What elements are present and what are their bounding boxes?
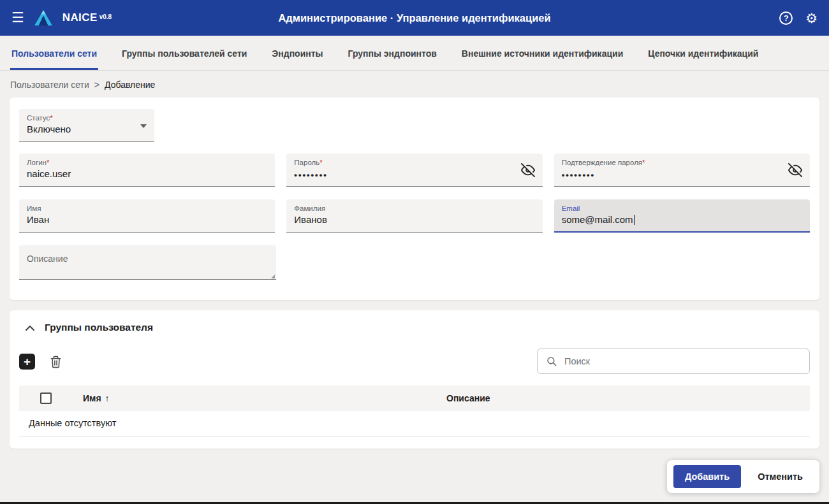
last-name-value: Иванов bbox=[294, 214, 534, 225]
chevron-down-icon bbox=[140, 124, 147, 128]
app-name: NAICE bbox=[62, 11, 98, 24]
password-confirm-label: Подтверждение пароля* bbox=[562, 158, 802, 167]
user-groups-toolbar: + bbox=[19, 349, 810, 374]
column-header-name[interactable]: Имя ↑ bbox=[73, 393, 446, 403]
breadcrumb-parent[interactable]: Пользователи сети bbox=[10, 80, 89, 90]
tab-identity-chains[interactable]: Цепочки идентификаций bbox=[647, 36, 759, 70]
password-label: Пароль* bbox=[294, 158, 534, 167]
sort-ascending-icon: ↑ bbox=[105, 393, 110, 403]
status-label: Статус* bbox=[27, 113, 147, 122]
groups-table-header: Имя ↑ Описание bbox=[19, 385, 810, 411]
user-groups-header: Группы пользователя bbox=[19, 322, 810, 333]
submit-button[interactable]: Добавить bbox=[673, 465, 741, 488]
delete-group-button[interactable] bbox=[50, 355, 62, 368]
select-all-cell bbox=[19, 392, 73, 404]
last-name-field[interactable]: Фамилия Иванов bbox=[286, 199, 542, 233]
tab-network-user-groups[interactable]: Группы пользователей сети bbox=[121, 36, 248, 70]
tab-endpoints[interactable]: Эндпоинты bbox=[270, 36, 324, 70]
password-value: •••••••• bbox=[294, 170, 534, 180]
password-confirm-value: •••••••• bbox=[562, 170, 802, 180]
credentials-row: Логин* naice.user Пароль* •••••••• Подтв… bbox=[19, 154, 810, 233]
topbar-left: ☰ NAICEv0.8 bbox=[11, 10, 112, 26]
text-cursor bbox=[634, 215, 635, 225]
user-groups-title: Группы пользователя bbox=[45, 322, 153, 333]
cancel-button[interactable]: Отменить bbox=[747, 465, 813, 488]
login-value: naice.user bbox=[27, 168, 267, 179]
chevron-up-icon[interactable] bbox=[26, 325, 34, 331]
email-value: some@mail.com bbox=[562, 214, 802, 225]
user-form-card: Статус* Включено Логин* naice.user Парол… bbox=[10, 97, 819, 300]
breadcrumb: Пользователи сети > Добавление bbox=[0, 71, 829, 96]
form-action-bar: Добавить Отменить bbox=[667, 460, 819, 493]
tab-endpoint-groups[interactable]: Группы эндпоинтов bbox=[347, 36, 438, 70]
first-name-field[interactable]: Имя Иван bbox=[19, 199, 275, 233]
help-icon[interactable]: ? bbox=[779, 11, 793, 25]
menu-icon[interactable]: ☰ bbox=[11, 11, 24, 25]
tab-network-users[interactable]: Пользователи сети bbox=[10, 36, 98, 70]
group-search-input[interactable] bbox=[564, 356, 801, 366]
password-field[interactable]: Пароль* •••••••• bbox=[286, 154, 542, 187]
app-version: v0.8 bbox=[99, 13, 112, 20]
breadcrumb-separator: > bbox=[94, 80, 99, 90]
eye-off-icon[interactable] bbox=[788, 163, 802, 177]
description-label: Описание bbox=[27, 254, 268, 265]
eye-off-icon[interactable] bbox=[521, 163, 535, 177]
first-name-value: Иван bbox=[27, 214, 267, 225]
email-label: Email bbox=[562, 204, 802, 213]
user-groups-card: Группы пользователя + bbox=[10, 310, 819, 449]
column-header-description[interactable]: Описание bbox=[446, 393, 810, 403]
page-title: Администрирование · Управление идентифик… bbox=[278, 12, 550, 24]
resize-handle-icon[interactable] bbox=[271, 275, 275, 278]
first-name-label: Имя bbox=[27, 204, 267, 213]
login-label: Логин* bbox=[27, 158, 267, 167]
status-value: Включено bbox=[27, 124, 147, 134]
last-name-label: Фамилия bbox=[294, 204, 534, 213]
top-bar: ☰ NAICEv0.8 Администрирование · Управлен… bbox=[0, 0, 829, 36]
search-icon bbox=[546, 356, 557, 367]
topbar-right: ? ⚙ bbox=[779, 11, 818, 25]
groups-table-empty-state: Данные отсутствуют bbox=[19, 411, 810, 437]
group-search-box bbox=[537, 349, 810, 374]
password-confirm-field[interactable]: Подтверждение пароля* •••••••• bbox=[554, 154, 810, 187]
add-group-button[interactable]: + bbox=[19, 354, 35, 370]
status-select[interactable]: Статус* Включено bbox=[19, 109, 154, 142]
login-field[interactable]: Логин* naice.user bbox=[19, 154, 275, 187]
select-all-checkbox[interactable] bbox=[40, 392, 52, 404]
breadcrumb-current: Добавление bbox=[105, 80, 155, 90]
app-logo-icon bbox=[34, 10, 53, 26]
tab-bar: Пользователи сети Группы пользователей с… bbox=[0, 36, 829, 71]
description-field[interactable]: Описание bbox=[19, 245, 276, 280]
application-window: ☰ NAICEv0.8 Администрирование · Управлен… bbox=[0, 0, 829, 504]
email-field[interactable]: Email some@mail.com bbox=[554, 199, 810, 233]
settings-icon[interactable]: ⚙ bbox=[805, 11, 818, 25]
tab-external-identity-sources[interactable]: Внешние источники идентификации bbox=[460, 36, 624, 70]
